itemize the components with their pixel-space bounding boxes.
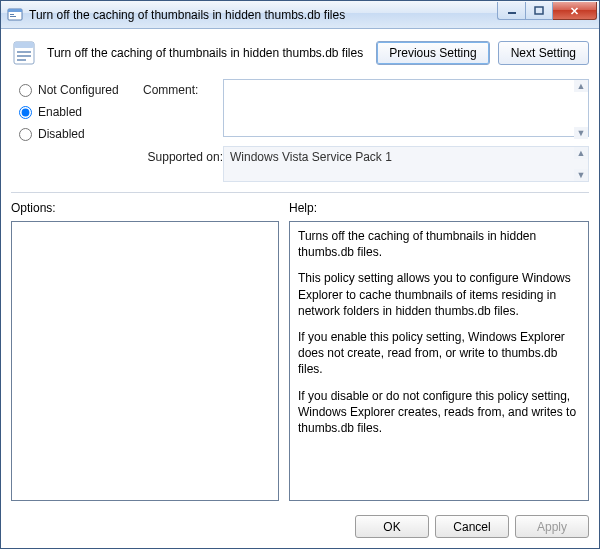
supported-label: Supported on:: [143, 146, 223, 164]
minimize-button[interactable]: [497, 2, 525, 20]
cancel-button[interactable]: Cancel: [435, 515, 509, 538]
state-radios: Not Configured Enabled Disabled: [11, 79, 131, 182]
options-label: Options:: [11, 201, 279, 215]
policy-title: Turn off the caching of thumbnails in hi…: [47, 46, 368, 60]
help-label: Help:: [289, 201, 589, 215]
supported-value: Windows Vista Service Pack 1: [223, 146, 589, 182]
radio-label: Disabled: [38, 127, 85, 141]
svg-rect-9: [17, 55, 31, 57]
help-text: If you enable this policy setting, Windo…: [298, 329, 580, 378]
svg-rect-4: [508, 12, 516, 14]
divider: [11, 192, 589, 193]
comment-label: Comment:: [143, 79, 223, 97]
svg-rect-2: [10, 14, 14, 15]
fields-grid: Comment: ▲ ▼ Supported on: Windows Vista…: [143, 79, 589, 182]
window-title: Turn off the caching of thumbnails in hi…: [29, 8, 497, 22]
window-controls: [497, 2, 597, 22]
radio-disabled-input[interactable]: [19, 128, 32, 141]
radio-enabled-input[interactable]: [19, 106, 32, 119]
radio-enabled[interactable]: Enabled: [19, 105, 131, 119]
header-row: Turn off the caching of thumbnails in hi…: [11, 37, 589, 73]
maximize-button[interactable]: [525, 2, 553, 20]
radio-not-configured[interactable]: Not Configured: [19, 83, 131, 97]
radio-label: Not Configured: [38, 83, 119, 97]
footer-buttons: OK Cancel Apply: [11, 507, 589, 538]
help-text: If you disable or do not configure this …: [298, 388, 580, 437]
previous-setting-button[interactable]: Previous Setting: [376, 41, 489, 65]
help-text: This policy setting allows you to config…: [298, 270, 580, 319]
ok-button[interactable]: OK: [355, 515, 429, 538]
svg-rect-8: [17, 51, 31, 53]
scroll-up-icon: ▲: [574, 147, 588, 159]
scroll-down-icon: ▼: [574, 169, 588, 181]
svg-rect-5: [535, 7, 543, 14]
svg-rect-10: [17, 59, 26, 61]
dialog-window: Turn off the caching of thumbnails in hi…: [0, 0, 600, 549]
scroll-up-icon[interactable]: ▲: [574, 80, 588, 92]
comment-textarea[interactable]: [223, 79, 589, 137]
dialog-body: Turn off the caching of thumbnails in hi…: [1, 29, 599, 548]
next-setting-button[interactable]: Next Setting: [498, 41, 589, 65]
policy-icon: [11, 39, 39, 67]
svg-rect-3: [10, 16, 16, 17]
supported-scroll: ▲ ▼: [574, 147, 588, 181]
help-panel[interactable]: Turns off the caching of thumbnails in h…: [289, 221, 589, 501]
panel-labels: Options: Help:: [11, 201, 589, 215]
svg-rect-7: [14, 42, 34, 48]
app-icon: [7, 7, 23, 23]
config-area: Not Configured Enabled Disabled Comment:…: [11, 79, 589, 182]
supported-box: Windows Vista Service Pack 1 ▲ ▼: [223, 146, 589, 182]
radio-label: Enabled: [38, 105, 82, 119]
apply-button[interactable]: Apply: [515, 515, 589, 538]
close-button[interactable]: [553, 2, 597, 20]
radio-disabled[interactable]: Disabled: [19, 127, 131, 141]
help-text: Turns off the caching of thumbnails in h…: [298, 228, 580, 260]
options-panel[interactable]: [11, 221, 279, 501]
comment-box: ▲ ▼: [223, 79, 589, 140]
comment-scroll[interactable]: ▲ ▼: [574, 80, 588, 139]
panels: Turns off the caching of thumbnails in h…: [11, 221, 589, 501]
title-bar: Turn off the caching of thumbnails in hi…: [1, 1, 599, 29]
radio-not-configured-input[interactable]: [19, 84, 32, 97]
scroll-down-icon[interactable]: ▼: [574, 127, 588, 139]
svg-rect-1: [8, 9, 22, 12]
